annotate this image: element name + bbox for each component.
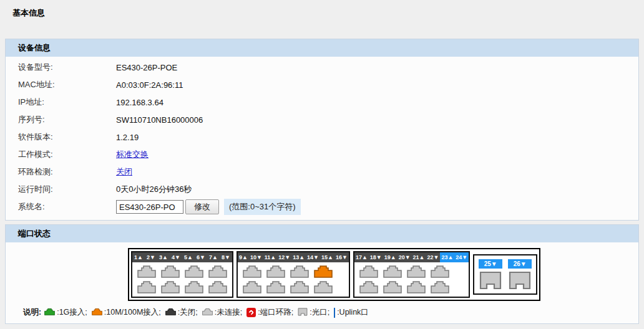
port-row-bottom bbox=[243, 281, 344, 293]
port-panel: 1▲2▼3▲4▼5▲6▼7▲8▼9▲10▼11▲12▼13▲14▼15▲16▼1… bbox=[128, 248, 540, 301]
row-mac-address: MAC地址: A0:03:0F:2A:96:11 bbox=[6, 76, 638, 93]
mac-address-label: MAC地址: bbox=[18, 79, 116, 90]
legend-item-label: :1G接入; bbox=[57, 307, 87, 318]
legend-item: :光口; bbox=[298, 307, 329, 318]
port-11-icon[interactable] bbox=[266, 265, 285, 278]
port-12-icon[interactable] bbox=[266, 281, 285, 293]
system-name-range-hint: (范围:0~31个字符) bbox=[224, 199, 301, 215]
modify-button[interactable]: 修改 bbox=[185, 199, 219, 214]
port-number-label-17: 17▲ bbox=[354, 252, 369, 262]
content-area: 设备信息 设备型号: ES430-26P-POE MAC地址: A0:03:0F… bbox=[5, 39, 639, 324]
rj45-port-fast-icon bbox=[92, 308, 102, 318]
legend-item-label: :Uplink口 bbox=[337, 307, 369, 318]
port-row-top bbox=[243, 265, 344, 278]
port-25-icon[interactable] bbox=[479, 271, 502, 290]
port-23-icon[interactable] bbox=[431, 265, 449, 278]
port-legend: 说明: :1G接入;:10M/100M接入;:关闭;:未连接;:端口环路;:光口… bbox=[23, 307, 638, 323]
port-13-icon[interactable] bbox=[290, 265, 309, 278]
legend-item: :1G接入; bbox=[44, 307, 87, 318]
port-number-label-11: 11▲ bbox=[263, 252, 277, 262]
legend-item-label: :关闭; bbox=[178, 307, 198, 318]
legend-item: :Uplink口 bbox=[334, 307, 369, 318]
port-number-label-13: 13▲ bbox=[291, 252, 306, 262]
work-mode-label: 工作模式: bbox=[18, 149, 116, 160]
legend-item-label: :光口; bbox=[310, 307, 329, 318]
software-version-label: 软件版本: bbox=[18, 131, 116, 143]
port-9-icon[interactable] bbox=[243, 265, 261, 278]
rj45-port-1g-icon bbox=[44, 308, 55, 318]
software-version-value: 1.2.19 bbox=[116, 133, 139, 142]
legend-item-label: :10M/100M接入; bbox=[104, 307, 161, 318]
port-number-label-18: 18▼ bbox=[369, 252, 383, 262]
port-19-icon[interactable] bbox=[383, 265, 402, 278]
port-22-icon[interactable] bbox=[407, 281, 426, 293]
port-number-label-16: 16▼ bbox=[334, 252, 349, 262]
port-number-label-7: 7▲ bbox=[207, 252, 220, 262]
port-15-icon[interactable] bbox=[314, 265, 333, 278]
row-ip-address: IP地址: 192.168.3.64 bbox=[6, 93, 638, 111]
port-block-header: 1▲2▼3▲4▼5▲6▼7▲8▼ bbox=[132, 252, 232, 262]
port-number-label-4: 4▼ bbox=[170, 252, 182, 262]
port-8-icon[interactable] bbox=[208, 281, 227, 293]
port-16-icon[interactable] bbox=[314, 281, 333, 293]
port-loop-icon bbox=[246, 308, 256, 317]
port-row-bottom bbox=[137, 281, 227, 293]
serial-number-value: SW110710NB16000006 bbox=[116, 115, 203, 125]
serial-number-label: 序列号: bbox=[18, 114, 116, 125]
port-2-icon[interactable] bbox=[137, 281, 156, 293]
legend-item-label: :未连接; bbox=[215, 307, 242, 318]
row-serial-number: 序列号: SW110710NB16000006 bbox=[6, 111, 638, 128]
port-number-label-1: 1▲ bbox=[132, 252, 145, 262]
port-17-icon[interactable] bbox=[359, 265, 378, 278]
rj45-port-down-icon bbox=[165, 308, 176, 318]
port-number-label-21: 21▲ bbox=[412, 252, 426, 262]
loop-detect-link[interactable]: 关闭 bbox=[116, 166, 132, 178]
row-work-mode: 工作模式: 标准交换 bbox=[6, 146, 638, 163]
port-20-icon[interactable] bbox=[383, 281, 402, 293]
port-26-icon[interactable] bbox=[509, 271, 531, 290]
port-block-1: 1▲2▼3▲4▼5▲6▼7▲8▼ bbox=[131, 251, 233, 298]
work-mode-link[interactable]: 标准交换 bbox=[116, 149, 149, 160]
optical-port-icon bbox=[298, 308, 308, 318]
port-number-label-15: 15▲ bbox=[320, 252, 334, 262]
page-title: 基本信息 bbox=[0, 0, 644, 24]
port-24-icon[interactable] bbox=[431, 281, 449, 293]
port-row-bottom bbox=[359, 281, 464, 293]
port-number-label-8: 8▼ bbox=[220, 252, 232, 262]
port-18-icon[interactable] bbox=[359, 281, 378, 293]
port-number-label-9: 9▲ bbox=[238, 252, 249, 262]
sfp-port-column-25: 25▼ bbox=[479, 259, 502, 290]
port-row-top bbox=[359, 265, 464, 278]
legend-item: :关闭; bbox=[165, 307, 198, 318]
port-10-icon[interactable] bbox=[243, 281, 261, 293]
port-21-icon[interactable] bbox=[407, 265, 426, 278]
port-number-label-26: 26▼ bbox=[508, 259, 532, 269]
row-device-model: 设备型号: ES430-26P-POE bbox=[6, 59, 638, 76]
port-block-header: 17▲18▼19▲20▼21▲22▼23▲24▼ bbox=[354, 252, 469, 262]
port-6-icon[interactable] bbox=[185, 281, 203, 293]
port-number-label-2: 2▼ bbox=[145, 252, 157, 262]
sfp-port-column-26: 26▼ bbox=[508, 259, 532, 290]
port-5-icon[interactable] bbox=[185, 265, 203, 278]
port-4-icon[interactable] bbox=[161, 281, 180, 293]
device-info-header: 设备信息 bbox=[6, 39, 638, 57]
port-number-label-14: 14▼ bbox=[306, 252, 320, 262]
port-number-label-5: 5▲ bbox=[182, 252, 195, 262]
port-block-header: 9▲10▼11▲12▼13▲14▼15▲16▼ bbox=[238, 252, 349, 262]
port-number-label-3: 3▲ bbox=[157, 252, 170, 262]
port-14-icon[interactable] bbox=[290, 281, 309, 293]
legend-item: :未连接; bbox=[202, 307, 242, 318]
port-3-icon[interactable] bbox=[161, 265, 180, 278]
sfp-port-box: 25▼26▼ bbox=[473, 254, 537, 295]
port-status-header: 端口状态 bbox=[6, 225, 638, 242]
port-block-2: 9▲10▼11▲12▼13▲14▼15▲16▼ bbox=[237, 251, 350, 298]
port-area: 1▲2▼3▲4▼5▲6▼7▲8▼9▲10▼11▲12▼13▲14▼15▲16▼1… bbox=[6, 242, 638, 301]
port-1-icon[interactable] bbox=[137, 265, 156, 278]
port-status-section: 端口状态 1▲2▼3▲4▼5▲6▼7▲8▼9▲10▼11▲12▼13▲14▼15… bbox=[5, 224, 639, 324]
uptime-label: 运行时间: bbox=[18, 184, 116, 195]
system-name-input[interactable] bbox=[116, 200, 183, 214]
port-7-icon[interactable] bbox=[208, 265, 227, 278]
port-number-label-19: 19▲ bbox=[383, 252, 398, 262]
port-number-label-23: 23▲ bbox=[440, 252, 454, 262]
row-system-name: 系统名: 修改 (范围:0~31个字符) bbox=[6, 198, 638, 216]
